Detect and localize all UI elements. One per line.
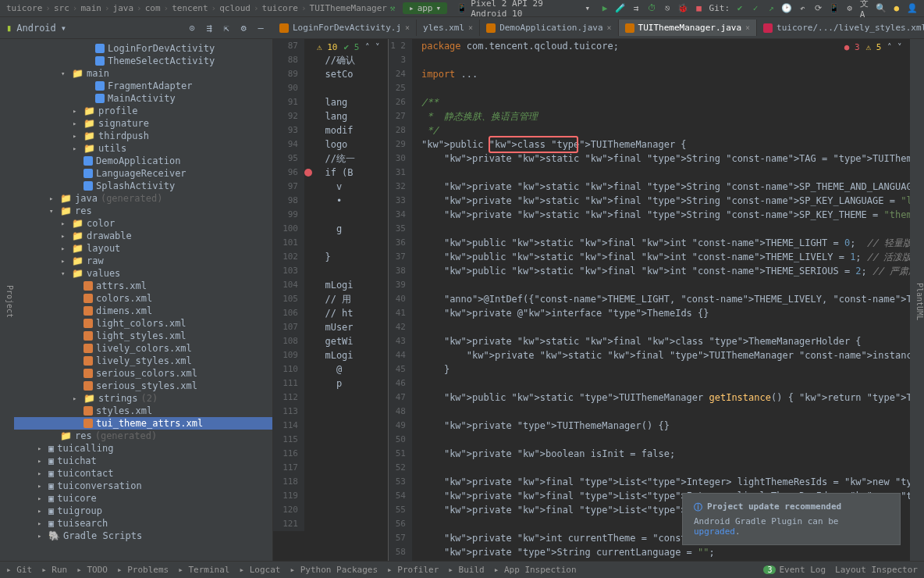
tree-item[interactable]: ▸▣ tuicore <box>14 492 272 505</box>
attach-debugger-icon[interactable]: 🐞 <box>677 2 688 15</box>
breadcrumb-item[interactable]: tuicore <box>262 3 298 13</box>
breadcrumb-item[interactable]: tuicore <box>6 3 42 13</box>
breadcrumb-item[interactable]: java <box>113 3 134 13</box>
collapse-icon[interactable]: ⇱ <box>220 22 233 34</box>
tree-item[interactable]: ▾📁 main <box>14 67 272 80</box>
tree-item[interactable]: ▸▣ tuichat <box>14 455 272 467</box>
tree-item[interactable]: tui_theme_attrs.xml <box>14 417 272 430</box>
tree-item[interactable]: ▸📁 drawable <box>14 230 272 242</box>
debug-icon[interactable]: 🧪 <box>615 2 626 15</box>
tree-item[interactable]: ▸📁 thirdpush <box>14 130 272 142</box>
chevron-icon[interactable]: ▸ <box>73 107 80 115</box>
breadcrumb-item[interactable]: com <box>145 3 161 13</box>
chevron-icon[interactable]: ▾ <box>61 269 69 277</box>
run-icon[interactable]: ▶ <box>599 2 610 15</box>
tree-item[interactable]: LoginForDevActivity <box>14 42 272 55</box>
chevron-icon[interactable]: ▸ <box>37 494 45 502</box>
tree-item[interactable]: attrs.xml <box>14 280 272 292</box>
tree-item[interactable]: light_styles.xml <box>14 330 272 342</box>
bottom-tool[interactable]: Layout Inspector <box>835 565 918 575</box>
tree-item[interactable]: ▸▣ tuigroup <box>14 505 272 517</box>
chevron-icon[interactable]: ▸ <box>37 444 45 452</box>
bottom-tool[interactable]: ▸ Git <box>6 565 32 575</box>
chevron-icon[interactable]: ▸ <box>73 394 80 402</box>
hide-icon[interactable]: — <box>254 22 267 34</box>
git-check-icon[interactable]: ✔ <box>734 2 745 15</box>
tree-item[interactable]: lively_colors.xml <box>14 342 272 355</box>
tree-item[interactable]: ▸▣ tuicontact <box>14 467 272 480</box>
tree-item[interactable]: ▸📁 strings (2) <box>14 392 272 405</box>
device-selector[interactable]: 📱 Pixel 2 API 29 Android 10 ▾ <box>452 0 595 20</box>
coverage-icon[interactable]: ⇉ <box>631 2 641 15</box>
tree-item[interactable]: ThemeSelectActivity <box>14 55 272 67</box>
editor-pane-right[interactable]: ● 3 ⚠ 5 ˄ ˅ 1 2 3 24 25 26 27 28 29 30 3… <box>389 39 910 561</box>
chevron-icon[interactable]: ▾ <box>61 70 69 77</box>
stop-icon[interactable]: ■ <box>693 2 704 15</box>
breadcrumb[interactable]: tuicore›src›main›java›com›tencent›qcloud… <box>6 3 387 13</box>
chevron-icon[interactable]: ▸ <box>49 194 57 202</box>
inspection-right[interactable]: ● 3 ⚠ 5 ˄ ˅ <box>840 41 907 54</box>
editor-pane-left[interactable]: ⚠ 10 ✔ 5 ˄ ˅ 87 88 89 90 91 92 93 94 95 … <box>273 39 389 561</box>
tree-item[interactable]: lively_styles.xml <box>14 355 272 367</box>
tool-window-tab[interactable]: Project <box>5 285 14 318</box>
chevron-icon[interactable]: ▸ <box>37 532 45 540</box>
breakpoint-icon[interactable] <box>304 169 312 177</box>
chevron-icon[interactable]: ▸ <box>37 507 45 515</box>
chevron-icon[interactable]: ▸ <box>73 120 80 127</box>
chevron-icon[interactable]: ▸ <box>37 469 45 477</box>
run-config[interactable]: ▸ app ▾ <box>403 2 447 14</box>
tree-item[interactable]: ▸📁 color <box>14 217 272 230</box>
tree-item[interactable]: styles.xml <box>14 405 272 417</box>
bottom-tool[interactable]: ▸ Problems <box>117 565 169 575</box>
chevron-icon[interactable]: ▸ <box>37 457 45 465</box>
breadcrumb-item[interactable]: main <box>80 3 101 13</box>
editor-tab[interactable]: yles.xml× <box>417 20 480 36</box>
chevron-icon[interactable]: ▸ <box>37 482 45 490</box>
attach-icon[interactable]: ⎋ <box>662 2 673 15</box>
bottom-tool[interactable]: ▸ Logcat <box>239 565 280 575</box>
avatar-icon[interactable]: 👤 <box>907 2 918 15</box>
tree-item[interactable]: ▾📁 values <box>14 267 272 280</box>
tree-item[interactable]: LanguageReceiver <box>14 167 272 180</box>
tree-item[interactable]: DemoApplication <box>14 155 272 167</box>
chevron-icon[interactable]: ▸ <box>37 519 45 527</box>
close-icon[interactable]: × <box>607 23 612 32</box>
editor-tab[interactable]: DemoApplication.java× <box>480 20 618 36</box>
tree-item[interactable]: 📁 res (generated) <box>14 430 272 442</box>
breadcrumb-item[interactable]: TUIThemeManager <box>310 3 387 13</box>
tree-item[interactable]: ▸📁 utils <box>14 142 272 155</box>
select-opened-icon[interactable]: ⊙ <box>186 22 198 34</box>
tree-item[interactable]: ▸▣ tuiconversation <box>14 480 272 492</box>
codota-icon[interactable]: ● <box>891 2 902 15</box>
tool-window-tab[interactable]: PlantUML <box>915 283 924 320</box>
tree-item[interactable]: ▸📁 profile <box>14 105 272 117</box>
tree-item[interactable]: FragmentAdapter <box>14 80 272 92</box>
tree-item[interactable]: serious_styles.xml <box>14 380 272 392</box>
revert-icon[interactable]: ↶ <box>797 2 808 15</box>
git-push-icon[interactable]: ↗ <box>766 2 777 15</box>
tree-item[interactable]: ▾📁 res <box>14 205 272 217</box>
close-icon[interactable]: × <box>468 23 473 32</box>
bottom-tool[interactable]: ▸ Run <box>41 565 67 575</box>
tree-item[interactable]: ▸📁 raw <box>14 255 272 267</box>
chevron-icon[interactable]: ▸ <box>61 232 69 240</box>
chevron-icon[interactable]: ▾ <box>49 207 57 215</box>
expand-icon[interactable]: ⇶ <box>203 22 215 34</box>
profile-icon[interactable]: ⏱ <box>646 2 657 15</box>
bottom-tool[interactable]: ▸ Terminal <box>178 565 229 575</box>
tree-item[interactable]: ▸📁 signature <box>14 117 272 130</box>
tree-item[interactable]: ▸🐘 Gradle Scripts <box>14 530 272 542</box>
tree-item[interactable]: serious_colors.xml <box>14 367 272 380</box>
chevron-icon[interactable]: ▸ <box>61 219 69 227</box>
close-icon[interactable]: × <box>745 23 750 32</box>
gear-icon[interactable]: ⚙ <box>237 22 250 34</box>
chevron-down-icon[interactable]: ▾ <box>61 23 66 34</box>
editor-tab[interactable]: TUIThemeManager.java× <box>619 20 757 36</box>
adb-icon[interactable]: 📱 <box>829 2 840 15</box>
tree-item[interactable]: ▸▣ tuisearch <box>14 517 272 530</box>
sync-icon[interactable]: ⟳ <box>812 2 823 15</box>
sdk-icon[interactable]: ⚙ <box>844 2 855 15</box>
editor-tab[interactable]: tuicore/.../lively_styles.xml× <box>757 20 924 36</box>
notification-popup[interactable]: ⓘProject update recommended Android Grad… <box>682 493 901 545</box>
bottom-tool[interactable]: ▸ TODO <box>76 565 108 575</box>
